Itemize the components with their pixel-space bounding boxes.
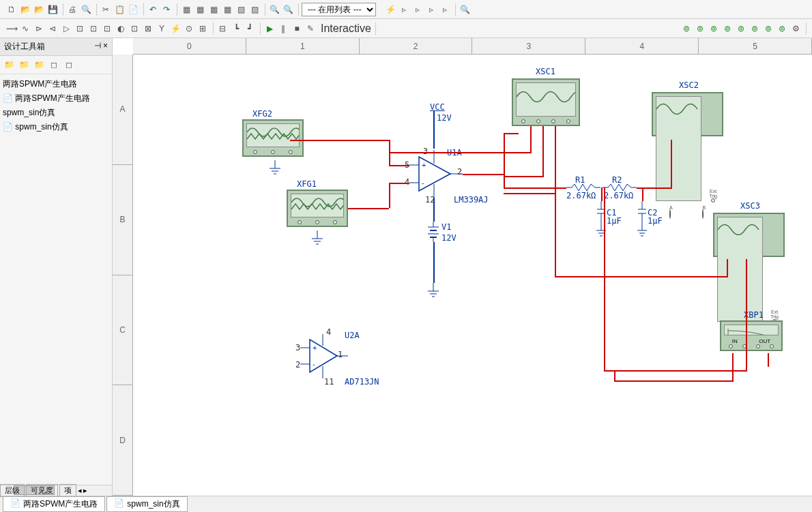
zoomout-icon[interactable]: 🔍 <box>282 3 294 16</box>
capacitor-c2[interactable] <box>638 201 646 225</box>
probe4-icon[interactable]: ▹ <box>425 3 437 16</box>
view5-icon[interactable]: ▧ <box>235 3 247 16</box>
ruler-col: 2 <box>360 38 473 54</box>
view6-icon[interactable]: ▨ <box>248 3 261 16</box>
view4-icon[interactable]: ▦ <box>221 3 233 16</box>
probe2-icon[interactable]: ▹ <box>398 3 410 16</box>
status-tab[interactable]: 层级 <box>0 484 25 497</box>
hier3-icon[interactable]: ┛ <box>244 22 256 35</box>
comp-source-icon[interactable]: ⟿ <box>5 22 18 35</box>
ruler-horizontal: 0 1 2 3 4 5 <box>133 38 812 55</box>
oscilloscope-xsc2[interactable]: Ext Trig A B <box>652 92 723 136</box>
svg-text:-: - <box>313 360 315 368</box>
zoomin-icon[interactable]: 🔍 <box>268 3 280 16</box>
u2a-pin3: 3 <box>295 343 300 352</box>
tab[interactable]: 📄 两路SPWM产生电路 <box>3 496 105 512</box>
comp-diode-icon[interactable]: ⊳ <box>33 22 45 35</box>
open-icon[interactable]: 📂 <box>19 3 31 16</box>
comp-elec-icon[interactable]: ⚡ <box>169 22 182 35</box>
view1-icon[interactable]: ▦ <box>180 3 192 16</box>
open2-icon[interactable]: 📂 <box>33 3 45 16</box>
hier1-icon[interactable]: ⊟ <box>216 22 229 35</box>
inst-la-icon[interactable]: ⊚ <box>762 22 774 35</box>
inuse-dropdown[interactable]: --- 在用列表 --- <box>302 3 376 16</box>
tree-item[interactable]: 两路SPWM产生电路 <box>3 77 109 91</box>
tab-icon: 📄 <box>10 498 20 510</box>
pause-icon[interactable]: ‖ <box>277 22 289 35</box>
cut-icon[interactable]: ✂ <box>100 3 112 16</box>
ground-icon <box>426 283 440 300</box>
schematic-canvas[interactable]: XFG2 XFG1 VCC 12V <box>133 55 812 496</box>
inst-bode-icon[interactable]: ⊚ <box>735 22 747 35</box>
paste-icon[interactable]: 📄 <box>127 3 139 16</box>
probe3-icon[interactable]: ▹ <box>411 3 424 16</box>
stop-icon[interactable]: ■ <box>291 22 303 35</box>
inst-wm-icon[interactable]: ⊚ <box>708 22 720 35</box>
save-icon[interactable]: 💾 <box>46 3 59 16</box>
tab-label: 两路SPWM产生电路 <box>23 498 98 510</box>
sb-tool1-icon[interactable]: 📁 <box>3 59 15 71</box>
redo-icon[interactable]: ↷ <box>160 3 173 16</box>
status-nav-right-icon[interactable]: ▸ <box>83 486 87 495</box>
comp-power-icon[interactable]: ⊠ <box>142 22 154 35</box>
sb-tool3-icon[interactable]: 📁 <box>33 59 45 71</box>
help-icon[interactable]: 🔍 <box>459 3 471 16</box>
comp-ind-icon[interactable]: ⊡ <box>128 22 141 35</box>
comp-basic-icon[interactable]: ∿ <box>19 22 31 35</box>
comp-ttl-icon[interactable]: ⊡ <box>74 22 86 35</box>
ruler-vertical: A B C D <box>113 55 133 496</box>
ruler-row: B <box>113 165 132 275</box>
tree-item[interactable]: spwm_sin仿真 <box>3 106 109 120</box>
bode-plotter-xbp1[interactable]: INOUT <box>720 320 783 351</box>
view2-icon[interactable]: ▦ <box>194 3 206 16</box>
function-generator-xfg2[interactable] <box>242 119 304 157</box>
oscilloscope-xsc3[interactable]: Ext Trig A B <box>713 213 785 257</box>
u2a-ref: U2A <box>345 331 360 340</box>
inst-lc-icon[interactable]: ⊚ <box>776 22 788 35</box>
status-tab[interactable]: 项 <box>59 484 76 497</box>
comp-transistor-icon[interactable]: ⊲ <box>46 22 59 35</box>
comp-analog-icon[interactable]: ▷ <box>60 22 72 35</box>
ruler-col: 3 <box>472 38 585 54</box>
inst-osc-icon[interactable]: ⊚ <box>721 22 734 35</box>
battery-v1[interactable] <box>426 222 440 242</box>
comp-nimcu-icon[interactable]: ⊞ <box>197 22 209 35</box>
probe5-icon[interactable]: ▹ <box>439 3 451 16</box>
tree-item[interactable]: 📄 spwm_sin仿真 <box>3 120 109 134</box>
comp-rf-icon[interactable]: Y <box>156 22 168 35</box>
comp-misc-icon[interactable]: ⊡ <box>101 22 113 35</box>
sb-tool5-icon[interactable]: ◻ <box>63 59 75 71</box>
undo-icon[interactable]: ↶ <box>147 3 159 16</box>
inst-fg-icon[interactable]: ⊚ <box>694 22 706 35</box>
sb-tool4-icon[interactable]: ◻ <box>48 59 60 71</box>
sidebar-close-icon[interactable]: × <box>103 41 108 50</box>
inst-wa-icon[interactable]: ⊚ <box>749 22 761 35</box>
copy-icon[interactable]: 📋 <box>113 3 126 16</box>
function-generator-xfg1[interactable] <box>287 190 348 227</box>
status-nav-left-icon[interactable]: ◂ <box>78 486 82 495</box>
view-group: ▦ ▦ ▦ ▦ ▧ ▨ <box>180 3 265 16</box>
view3-icon[interactable]: ▦ <box>207 3 220 16</box>
interactive-icon[interactable]: ✎ <box>304 22 317 35</box>
play-icon[interactable]: ▶ <box>263 22 276 35</box>
comp-conn-icon[interactable]: ⊙ <box>183 22 195 35</box>
oscilloscope-xsc1[interactable] <box>512 78 580 126</box>
sidebar-pin-icon[interactable]: ⊣ <box>94 41 101 50</box>
svg-text:+: + <box>422 161 426 169</box>
probe1-icon[interactable]: ⚡ <box>384 3 396 16</box>
comp-mixed-icon[interactable]: ◐ <box>115 22 127 35</box>
tree-item[interactable]: 📄 两路SPWM产生电路 <box>3 91 109 106</box>
sb-tool2-icon[interactable]: 📁 <box>18 59 30 71</box>
u2a-pin2: 2 <box>295 360 300 370</box>
hier2-icon[interactable]: ┗ <box>230 22 242 35</box>
r2-value: 2.67kΩ <box>604 191 633 200</box>
new-icon[interactable]: 🗋 <box>5 3 18 16</box>
inst-settings-icon[interactable]: ⚙ <box>789 22 802 35</box>
inst-mm-icon[interactable]: ⊚ <box>680 22 693 35</box>
preview-icon[interactable]: 🔍 <box>80 3 92 16</box>
u1a-part: LM339AJ <box>454 195 489 205</box>
status-tab[interactable]: 可见度 <box>26 484 58 497</box>
print-icon[interactable]: 🖨 <box>66 3 78 16</box>
tab[interactable]: 📄 spwm_sin仿真 <box>106 496 187 512</box>
comp-cmos-icon[interactable]: ⊡ <box>87 22 100 35</box>
